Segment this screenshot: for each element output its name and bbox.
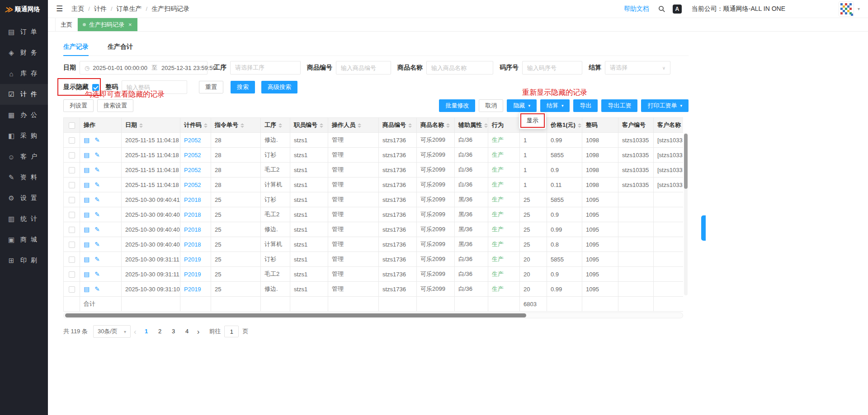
cell-code[interactable]: P2052 <box>180 133 211 148</box>
search-button[interactable]: 搜索 <box>231 81 255 93</box>
row-checkbox[interactable] <box>69 242 75 248</box>
search-icon[interactable] <box>658 5 665 13</box>
window-tab-production-scan-records[interactable]: 生产扫码记录× <box>78 18 137 31</box>
edit-record-icon[interactable]: ✎ <box>94 270 100 278</box>
product-code-input[interactable] <box>336 61 391 75</box>
edit-record-icon[interactable]: ✎ <box>94 136 100 144</box>
close-tab-icon[interactable]: × <box>128 21 132 28</box>
column-settings-button[interactable]: 列设置 <box>63 99 94 112</box>
cell-code[interactable]: P2018 <box>180 207 211 222</box>
sort-icon[interactable] <box>484 123 488 128</box>
row-checkbox[interactable] <box>69 182 75 188</box>
export-button[interactable]: 导出 <box>573 99 598 112</box>
export-salary-button[interactable]: 导出工资 <box>601 99 637 112</box>
horizontal-scrollbar[interactable] <box>63 312 683 318</box>
page-number-3[interactable]: 3 <box>168 326 179 337</box>
column-header[interactable]: 价格1(元) <box>547 118 582 133</box>
select-all-checkbox[interactable] <box>69 122 75 129</box>
breadcrumb-item[interactable]: 主页 <box>71 5 84 13</box>
sidebar-item-customers[interactable]: ☺客户 <box>0 146 48 167</box>
row-checkbox[interactable] <box>69 212 75 218</box>
view-record-icon[interactable]: ▤ <box>84 166 90 173</box>
row-checkbox[interactable] <box>69 227 75 233</box>
column-header[interactable]: 操作人员 <box>328 118 379 133</box>
horizontal-scrollbar-thumb[interactable] <box>65 313 526 317</box>
process-select[interactable]: 请选择工序 <box>230 61 301 75</box>
view-record-icon[interactable]: ▤ <box>84 241 90 248</box>
sidebar-item-orders[interactable]: ▤订单 <box>0 22 48 42</box>
column-header[interactable]: 指令单号 <box>211 118 261 133</box>
page-size-select[interactable]: 30条/页 ▾ <box>93 325 131 338</box>
edit-record-icon[interactable]: ✎ <box>94 256 100 263</box>
next-page-icon[interactable]: › <box>197 328 200 336</box>
column-header[interactable]: 计件码 <box>180 118 211 133</box>
breadcrumb-item[interactable]: 生产扫码记录 <box>151 5 189 13</box>
search-settings-button[interactable]: 搜索设置 <box>97 99 133 112</box>
sort-icon[interactable] <box>578 123 581 128</box>
avatar[interactable] <box>839 1 854 17</box>
advanced-search-button[interactable]: 高级搜索 <box>261 81 297 93</box>
sidebar-item-piecework[interactable]: ☑计件 <box>0 84 48 105</box>
row-checkbox[interactable] <box>69 137 75 144</box>
view-record-icon[interactable]: ▤ <box>84 136 90 144</box>
column-header[interactable]: 工序 <box>261 118 290 133</box>
sort-icon[interactable] <box>278 123 282 128</box>
edit-record-icon[interactable]: ✎ <box>94 196 100 203</box>
edit-record-icon[interactable]: ✎ <box>94 285 100 293</box>
sort-icon[interactable] <box>320 123 323 128</box>
print-salary-button[interactable]: 打印工资单▾ <box>641 99 689 112</box>
page-number-1[interactable]: 1 <box>141 326 152 337</box>
tab-production-records[interactable]: 生产记录 <box>63 43 89 56</box>
window-tab-home[interactable]: 主页 <box>55 18 78 31</box>
sidebar-item-settings[interactable]: ⚙设置 <box>0 188 48 209</box>
sidebar-item-materials[interactable]: ✎资料 <box>0 167 48 188</box>
vertical-scrollbar[interactable] <box>684 133 688 295</box>
view-record-icon[interactable]: ▤ <box>84 270 90 278</box>
sort-icon[interactable] <box>408 123 412 128</box>
row-checkbox[interactable] <box>69 271 75 278</box>
view-record-icon[interactable]: ▤ <box>84 181 90 188</box>
cell-code[interactable]: P2052 <box>180 148 211 163</box>
settle-button[interactable]: 结算▾ <box>540 99 570 112</box>
column-header[interactable]: 商品名称 <box>417 118 455 133</box>
cell-code[interactable]: P2019 <box>180 267 211 282</box>
view-record-icon[interactable]: ▤ <box>84 226 90 233</box>
batch-edit-button[interactable]: 批量修改 <box>439 99 475 112</box>
edit-record-icon[interactable]: ✎ <box>94 211 100 218</box>
collapse-menu-icon[interactable]: ☰ <box>56 4 63 14</box>
side-panel-handle[interactable] <box>701 215 706 241</box>
view-record-icon[interactable]: ▤ <box>84 151 90 159</box>
settle-select[interactable]: 请选择 ∨ <box>605 61 670 75</box>
cell-code[interactable]: P2052 <box>180 163 211 177</box>
sidebar-item-stats[interactable]: ▥统计 <box>0 209 48 229</box>
help-docs-link[interactable]: 帮助文档 <box>624 5 649 13</box>
edit-record-icon[interactable]: ✎ <box>94 226 100 233</box>
sidebar-item-mall[interactable]: ▣商城 <box>0 229 48 250</box>
sort-icon[interactable] <box>358 123 361 128</box>
sort-icon[interactable] <box>204 123 208 128</box>
row-checkbox[interactable] <box>69 167 75 173</box>
row-checkbox[interactable] <box>69 197 75 203</box>
prev-page-icon[interactable]: ‹ <box>134 328 137 336</box>
translate-icon[interactable]: A <box>673 5 682 14</box>
sidebar-item-office[interactable]: ▦办公 <box>0 105 48 126</box>
date-range-input[interactable]: ◷ 2025-01-01 00:00:00 至 2025-12-31 23:59… <box>80 61 208 75</box>
view-record-icon[interactable]: ▤ <box>84 285 90 293</box>
sidebar-item-finance[interactable]: ◈财务 <box>0 42 48 63</box>
sidebar-item-purchase[interactable]: ◧采购 <box>0 126 48 146</box>
breadcrumb-item[interactable]: 计件 <box>94 5 107 13</box>
cell-code[interactable]: P2052 <box>180 177 211 192</box>
column-header[interactable]: 职员编号 <box>290 118 328 133</box>
goto-page-input[interactable] <box>224 326 239 337</box>
column-header[interactable]: 商品编号 <box>379 118 417 133</box>
sidebar-item-inventory[interactable]: ⌂库存 <box>0 63 48 84</box>
sort-icon[interactable] <box>446 123 450 128</box>
sort-icon[interactable] <box>241 123 244 128</box>
edit-record-icon[interactable]: ✎ <box>94 241 100 248</box>
hide-button[interactable]: 隐藏▾ <box>507 99 537 112</box>
sort-icon[interactable] <box>139 123 143 128</box>
column-header[interactable]: 辅助属性 <box>455 118 488 133</box>
view-record-icon[interactable]: ▤ <box>84 211 90 218</box>
edit-record-icon[interactable]: ✎ <box>94 166 100 173</box>
cell-code[interactable]: P2019 <box>180 282 211 297</box>
